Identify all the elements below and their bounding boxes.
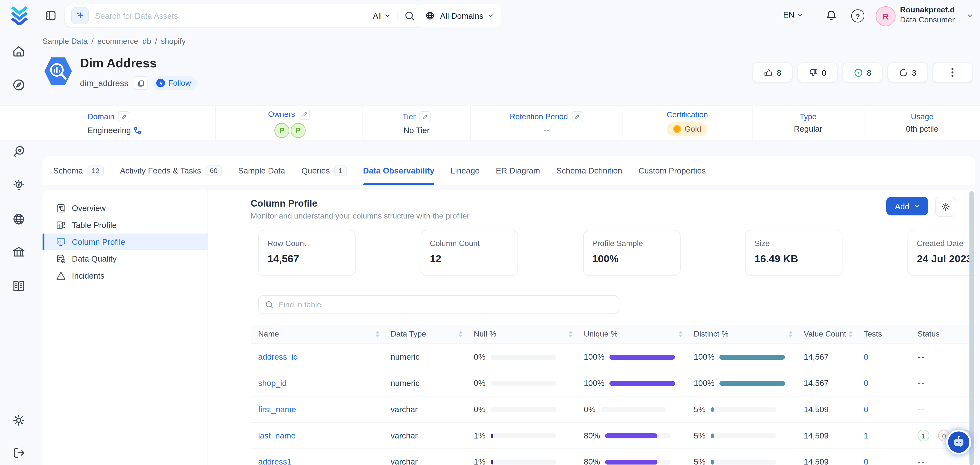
unique-pct-value: 0% — [584, 405, 595, 414]
column-header-unique-[interactable]: Unique % — [576, 325, 686, 343]
glossary-book-icon[interactable] — [12, 279, 25, 293]
user-menu[interactable]: Rounakpreet.d Data Consumer — [900, 5, 955, 25]
tab-lineage[interactable]: Lineage — [450, 156, 479, 185]
tests-link[interactable]: 0 — [864, 405, 869, 414]
language-selector[interactable]: EN — [783, 10, 803, 19]
owner-avatar[interactable]: P — [274, 123, 290, 138]
column-name-link[interactable]: first_name — [258, 405, 296, 414]
tab-count-badge: 12 — [88, 165, 104, 175]
meta-field-retention-period: Retention Period-- — [471, 106, 623, 141]
settings-gear-icon[interactable] — [12, 413, 25, 427]
copy-icon[interactable] — [134, 76, 148, 90]
tab-label: Schema Definition — [556, 166, 622, 175]
column-name-link[interactable]: address1 — [258, 457, 291, 465]
vertical-scrollbar[interactable] — [969, 191, 974, 465]
logout-icon[interactable] — [12, 446, 25, 459]
find-in-table-input[interactable]: Find in table — [258, 295, 619, 314]
home-icon[interactable] — [12, 44, 25, 58]
tab-er-diagram[interactable]: ER Diagram — [496, 156, 540, 185]
column-header-data-type[interactable]: Data Type — [383, 325, 466, 343]
cell-data-type: numeric — [383, 352, 466, 361]
column-header-distinct-[interactable]: Distinct % — [686, 325, 796, 343]
menu-item-column-profile[interactable]: Column Profile — [43, 233, 208, 251]
tab-queries[interactable]: Queries1 — [301, 156, 347, 185]
user-avatar[interactable]: R — [875, 6, 896, 26]
ai-sparkle-icon[interactable] — [72, 7, 89, 24]
sort-icon[interactable] — [459, 331, 463, 337]
breadcrumb-item[interactable]: ecommerce_db — [97, 37, 151, 46]
tab-schema[interactable]: Schema12 — [53, 156, 104, 185]
owner-avatar[interactable]: P — [291, 123, 305, 138]
menu-item-incidents[interactable]: Incidents — [43, 267, 208, 284]
tests-link[interactable]: 1 — [864, 431, 869, 440]
insights-bulb-icon[interactable] — [12, 179, 25, 192]
follow-button[interactable]: ★ Follow — [153, 76, 197, 90]
distinct-pct-value: 100% — [694, 352, 714, 361]
menu-item-label: Incidents — [72, 271, 105, 280]
tab-data-observability[interactable]: Data Observability — [363, 156, 434, 185]
sort-icon[interactable] — [789, 331, 792, 337]
column-name-link[interactable]: address_id — [258, 352, 298, 361]
domains-globe-icon — [425, 11, 435, 21]
chatbot-button[interactable] — [946, 430, 971, 455]
explore-compass-icon[interactable] — [12, 78, 25, 92]
menu-item-table-profile[interactable]: Table Profile — [43, 217, 208, 233]
meta-label: Retention Period — [510, 111, 583, 122]
cell-unique-pct: 0% — [576, 405, 686, 414]
sort-icon[interactable] — [375, 331, 379, 337]
breadcrumb-item[interactable]: Sample Data — [43, 37, 88, 46]
help-icon[interactable]: ? — [851, 9, 864, 22]
link-icon[interactable] — [134, 127, 142, 134]
all-domains-dropdown[interactable]: All Domains — [417, 5, 501, 27]
kebab-button[interactable] — [932, 62, 972, 83]
breadcrumb-separator: / — [155, 37, 157, 46]
column-name-link[interactable]: last_name — [258, 431, 296, 440]
search-icon[interactable] — [404, 10, 415, 21]
versions-button[interactable]: 3 — [888, 62, 928, 83]
rail-divider — [5, 405, 33, 405]
column-header-value-count[interactable]: Value Count — [796, 325, 856, 343]
domains-globe-icon[interactable] — [12, 213, 25, 226]
meta-label-text: Owners — [268, 110, 295, 118]
column-header-null-[interactable]: Null % — [466, 325, 576, 343]
menu-item-overview[interactable]: Overview — [43, 200, 208, 217]
table-header-row: NameData TypeNull %Unique %Distinct %Val… — [251, 325, 975, 344]
edit-pencil-icon[interactable] — [571, 111, 583, 122]
column-name-link[interactable]: shop_id — [258, 378, 286, 387]
tab-activity-feeds-tasks[interactable]: Activity Feeds & Tasks60 — [120, 156, 222, 185]
search-input[interactable]: Search for Data Assets — [95, 11, 366, 20]
breadcrumb-item[interactable]: shopify — [161, 37, 186, 46]
status-success-badge[interactable]: 1 — [917, 430, 929, 442]
tests-link[interactable]: 0 — [864, 352, 869, 361]
percent-bar-fill — [605, 433, 657, 438]
tests-link[interactable]: 0 — [864, 457, 869, 465]
menu-item-data-quality[interactable]: Data Quality — [43, 251, 208, 267]
sort-icon[interactable] — [679, 331, 682, 337]
thumbs-up-button[interactable]: 8 — [752, 62, 792, 83]
edit-pencil-icon[interactable] — [419, 111, 431, 122]
add-button[interactable]: Add — [886, 197, 928, 215]
meta-label-text: Retention Period — [510, 113, 568, 121]
sort-icon[interactable] — [849, 331, 853, 337]
openmetadata-logo-icon[interactable] — [10, 6, 29, 25]
tests-link[interactable]: 0 — [864, 378, 869, 387]
search-scope-dropdown[interactable]: All — [373, 11, 398, 20]
profiler-settings-button[interactable] — [935, 197, 956, 217]
tab-schema-definition[interactable]: Schema Definition — [556, 156, 622, 185]
edit-pencil-icon[interactable] — [299, 108, 310, 119]
tab-sample-data[interactable]: Sample Data — [238, 156, 285, 185]
watch-button[interactable]: 8 — [842, 62, 882, 83]
user-menu-caret-icon[interactable] — [967, 13, 973, 18]
notifications-bell-icon[interactable] — [825, 9, 838, 22]
column-header-name[interactable]: Name — [251, 325, 383, 343]
edit-pencil-icon[interactable] — [118, 111, 129, 122]
thumbs-down-button[interactable]: 0 — [798, 62, 838, 83]
observability-search-eye-icon[interactable] — [12, 145, 25, 159]
sidebar-collapse-icon[interactable] — [45, 10, 56, 21]
tab-custom-properties[interactable]: Custom Properties — [638, 156, 706, 185]
global-search-bar[interactable]: Search for Data Assets All — [65, 5, 421, 27]
sort-icon[interactable] — [569, 331, 572, 337]
meta-value: 0th pctile — [906, 124, 939, 133]
percent-bar-fill — [710, 433, 714, 438]
govern-bank-icon[interactable] — [12, 246, 25, 259]
